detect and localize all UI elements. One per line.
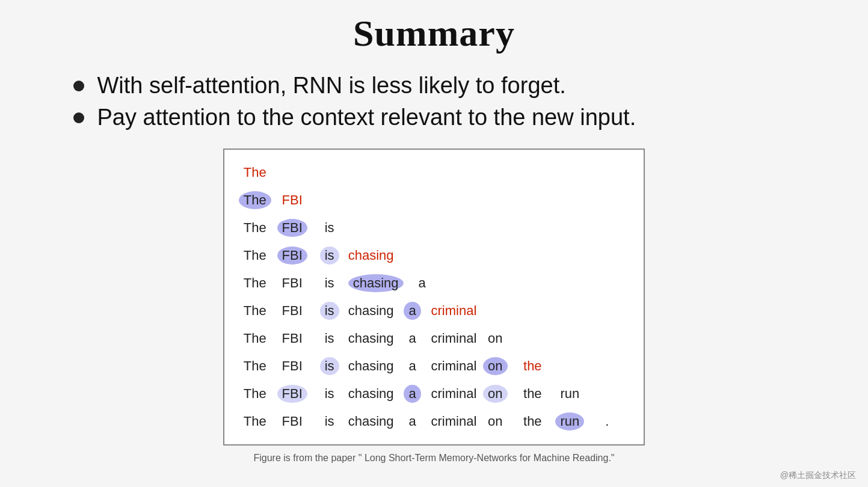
diagram-row: TheFBIischasingacriminalontherun. (236, 408, 626, 435)
diagram-word: on (476, 357, 514, 375)
diagram-row: TheFBIischasingacriminalon (236, 325, 626, 352)
bullet-list: With self-attention, RNN is less likely … (73, 73, 795, 136)
diagram-word: FBI (274, 275, 311, 291)
diagram-word: chasing (348, 248, 394, 263)
bullet-dot-2 (73, 112, 84, 123)
diagram-row: TheFBIischasingacriminalontherun (236, 380, 626, 408)
diagram-word: The (236, 220, 274, 236)
diagram-word: is (311, 357, 348, 375)
diagram-row: TheFBIischasing (236, 242, 626, 269)
diagram-word: The (236, 331, 274, 346)
diagram-word: FBI (274, 358, 311, 374)
diagram-word: criminal (431, 386, 477, 402)
diagram-word: is (311, 414, 348, 429)
bullet-dot-1 (73, 81, 84, 91)
diagram-word: is (311, 275, 348, 291)
diagram-word: FBI (274, 219, 311, 237)
diagram-word: The (236, 165, 274, 180)
diagram-word: the (514, 386, 551, 402)
diagram-word: FBI (274, 385, 311, 403)
diagram-word: chasing (348, 274, 404, 292)
diagram-row: TheFBIischasingacriminal (236, 297, 626, 325)
diagram-word: The (236, 191, 274, 209)
watermark: @稀土掘金技术社区 (780, 470, 856, 481)
diagram-word: is (311, 220, 348, 236)
bullet-text-1: With self-attention, RNN is less likely … (97, 73, 566, 99)
bullet-item-2: Pay attention to the context relevant to… (73, 105, 795, 130)
diagram-word: on (476, 385, 514, 403)
diagram-word: FBI (274, 303, 311, 319)
diagram-box: TheTheFBITheFBIisTheFBIischasingTheFBIis… (223, 149, 645, 446)
diagram-word: is (311, 247, 348, 265)
diagram-word: chasing (348, 358, 394, 374)
diagram-word: is (311, 386, 348, 402)
diagram-word: chasing (348, 414, 394, 429)
diagram-word: is (311, 331, 348, 346)
diagram-word: the (514, 414, 551, 429)
diagram-row: TheFBIis (236, 214, 626, 242)
diagram-word: a (394, 358, 431, 374)
diagram-word: criminal (431, 303, 477, 319)
diagram-row: TheFBIischasinga (236, 269, 626, 297)
bullet-text-2: Pay attention to the context relevant to… (97, 105, 636, 130)
diagram-word: FBI (274, 414, 311, 429)
diagram-word: The (236, 414, 274, 429)
diagram-word: FBI (274, 331, 311, 346)
diagram-row: TheFBI (236, 186, 626, 214)
diagram-row: TheFBIischasingacriminalonthe (236, 352, 626, 380)
bullet-item-1: With self-attention, RNN is less likely … (73, 73, 795, 99)
diagram-word: on (476, 414, 514, 429)
slide: Summary With self-attention, RNN is less… (0, 0, 868, 487)
diagram-word: the (514, 358, 551, 374)
diagram-word: The (236, 248, 274, 263)
diagram-word: a (394, 302, 431, 320)
diagram-word: The (236, 386, 274, 402)
diagram-word: FBI (274, 247, 311, 265)
diagram-word: a (394, 414, 431, 429)
diagram-word: on (476, 331, 514, 346)
diagram-word: . (588, 414, 626, 429)
diagram-word: run (551, 412, 588, 430)
diagram-word: The (236, 303, 274, 319)
slide-title: Summary (353, 12, 515, 55)
diagram-word: chasing (348, 331, 394, 346)
diagram-word: is (311, 302, 348, 320)
diagram-word: a (394, 331, 431, 346)
diagram-caption: Figure is from the paper " Long Short-Te… (253, 453, 614, 464)
diagram-word: chasing (348, 303, 394, 319)
diagram-word: a (404, 275, 441, 291)
diagram-word: The (236, 358, 274, 374)
diagram-word: criminal (431, 414, 477, 429)
diagram-word: criminal (431, 358, 477, 374)
diagram-word: run (551, 386, 588, 402)
diagram-wrapper: TheTheFBITheFBIisTheFBIischasingTheFBIis… (223, 149, 645, 464)
diagram-word: The (236, 275, 274, 291)
diagram-word: a (394, 385, 431, 403)
diagram-word: criminal (431, 331, 477, 346)
diagram-word: chasing (348, 386, 394, 402)
diagram-row: The (236, 159, 626, 186)
diagram-word: FBI (274, 192, 311, 208)
